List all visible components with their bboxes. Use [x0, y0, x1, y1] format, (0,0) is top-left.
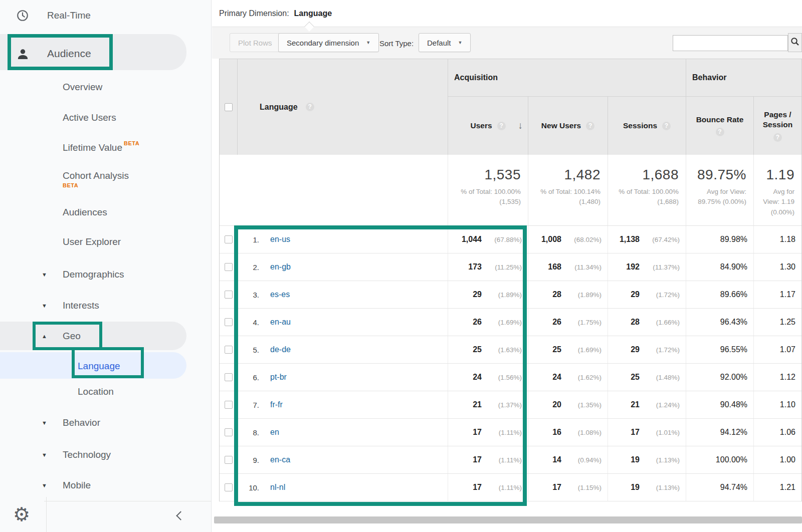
summary-new-users: 1,482 % of Total: 100.14% (1,480)	[528, 155, 608, 225]
language-link[interactable]: nl-nl	[270, 483, 285, 492]
language-link[interactable]: en-au	[270, 318, 291, 327]
chevron-up-icon: ▲	[42, 333, 63, 339]
pages-session-cell: 1.17	[753, 281, 801, 308]
column-header-sessions[interactable]: Sessions ?	[608, 97, 686, 155]
search-input[interactable]	[673, 35, 788, 51]
secondary-dimension-dropdown[interactable]: Secondary dimension ▼	[278, 33, 379, 52]
sessions-cell: 192(11.37%)	[608, 253, 686, 281]
row-checkbox[interactable]	[225, 456, 233, 464]
row-rank: 3.	[244, 291, 259, 299]
help-icon[interactable]: ?	[586, 122, 594, 130]
plot-rows-button[interactable]: Plot Rows	[230, 33, 281, 52]
column-header-bounce-rate[interactable]: Bounce Rate ?	[686, 97, 753, 155]
sidebar-item-lifetime-value[interactable]: Lifetime Value BETA	[63, 138, 139, 157]
help-icon[interactable]: ?	[497, 122, 506, 130]
language-cell: 1.en-us	[238, 226, 448, 253]
pages-session-cell: 1.06	[753, 419, 801, 446]
sidebar-item-overview[interactable]: Overview	[63, 78, 102, 97]
group-header-behavior: Behavior	[686, 59, 801, 97]
language-cell: 9.en-ca	[238, 446, 448, 473]
bounce-rate-cell: 84.90%	[686, 253, 753, 281]
collapse-sidebar-chevron-icon[interactable]	[175, 512, 183, 520]
bounce-rate-cell: 96.55%	[686, 336, 753, 363]
language-link[interactable]: pt-br	[270, 373, 287, 382]
sidebar-item-geo[interactable]: ▲ Geo	[42, 327, 81, 346]
row-checkbox-cell	[220, 391, 238, 418]
chevron-down-icon: ▼	[42, 272, 63, 278]
table-row: 5.de-de25(1.63%)25(1.69%)29(1.72%)96.55%…	[220, 336, 801, 364]
search-button[interactable]	[788, 33, 802, 52]
table-row: 8.en17(1.11%)16(1.08%)17(1.01%)94.12%1.0…	[220, 419, 801, 446]
language-cell: 3.es-es	[238, 281, 448, 308]
help-icon[interactable]: ?	[716, 128, 724, 136]
column-header-new-users[interactable]: New Users ?	[528, 97, 608, 155]
language-link[interactable]: fr-fr	[270, 400, 283, 409]
sidebar-item-audience[interactable]: Audience	[15, 44, 91, 63]
sessions-cell: 28(1.66%)	[608, 309, 686, 336]
primary-dimension-value-tab[interactable]: Language	[294, 9, 332, 18]
row-rank: 10.	[244, 483, 259, 492]
language-cell: 2.en-gb	[238, 253, 448, 281]
select-all-checkbox[interactable]	[225, 103, 233, 111]
sidebar-item-interests[interactable]: ▼ Interests	[42, 296, 99, 315]
row-checkbox[interactable]	[225, 483, 233, 491]
horizontal-scrollbar[interactable]	[214, 516, 802, 523]
help-icon[interactable]: ?	[306, 103, 314, 111]
sidebar: Real-Time Audience Overview Active Users…	[0, 0, 212, 532]
row-checkbox-cell	[220, 226, 238, 253]
select-all-cell	[220, 59, 238, 155]
sidebar-item-behavior[interactable]: ▼ Behavior	[42, 413, 100, 432]
language-link[interactable]: en-us	[270, 235, 290, 244]
sessions-cell: 29(1.72%)	[608, 336, 686, 363]
row-checkbox[interactable]	[225, 373, 233, 381]
language-cell: 4.en-au	[238, 309, 448, 336]
sidebar-item-language[interactable]: Language	[78, 357, 120, 376]
row-checkbox[interactable]	[225, 263, 233, 271]
users-cell: 26(1.69%)	[448, 309, 528, 336]
sidebar-item-mobile[interactable]: ▼ Mobile	[42, 476, 91, 495]
bounce-rate-cell: 89.66%	[686, 281, 753, 308]
summary-users: 1,535 % of Total: 100.00% (1,535)	[448, 155, 528, 225]
sidebar-item-real-time[interactable]: Real-Time	[15, 6, 91, 25]
language-link[interactable]: en	[270, 428, 279, 437]
search-icon	[790, 37, 799, 48]
help-icon[interactable]: ?	[662, 122, 671, 130]
row-checkbox-cell	[220, 253, 238, 281]
settings-gear-icon[interactable]: ⚙	[13, 505, 30, 524]
row-rank: 4.	[244, 318, 259, 327]
row-rank: 8.	[244, 428, 259, 437]
beta-badge: BETA	[63, 182, 129, 188]
language-link[interactable]: en-ca	[270, 455, 290, 464]
help-icon[interactable]: ?	[773, 133, 782, 142]
report-toolbar: Plot Rows Secondary dimension ▼ Sort Typ…	[212, 27, 802, 59]
language-link[interactable]: en-gb	[270, 262, 291, 272]
sidebar-item-demographics[interactable]: ▼ Demographics	[42, 265, 124, 284]
column-header-users[interactable]: Users ? ↓	[448, 97, 528, 155]
row-checkbox[interactable]	[225, 428, 233, 436]
sidebar-item-audiences[interactable]: Audiences	[63, 203, 107, 222]
row-checkbox-cell	[220, 419, 238, 446]
sort-type-dropdown[interactable]: Default ▼	[419, 33, 471, 52]
row-checkbox[interactable]	[225, 235, 233, 243]
row-checkbox[interactable]	[225, 291, 233, 299]
chevron-down-icon: ▼	[458, 40, 463, 45]
sidebar-item-active-users[interactable]: Active Users	[63, 108, 116, 127]
row-checkbox[interactable]	[225, 346, 233, 354]
column-header-language[interactable]: Language ?	[238, 59, 448, 155]
pages-session-cell: 1.00	[753, 446, 801, 473]
sidebar-item-technology[interactable]: ▼ Technology	[42, 445, 111, 464]
bounce-rate-cell: 90.48%	[686, 391, 753, 418]
main-content: Primary Dimension: Language Plot Rows Se…	[212, 0, 802, 532]
row-checkbox[interactable]	[225, 318, 233, 326]
sidebar-item-location[interactable]: Location	[78, 382, 114, 401]
column-header-pages-session[interactable]: Pages / Session ?	[753, 97, 801, 155]
row-checkbox[interactable]	[225, 401, 233, 409]
new-users-cell: 17(1.15%)	[528, 474, 608, 501]
sidebar-item-cohort-analysis[interactable]: Cohort Analysis BETA	[63, 170, 129, 188]
table-row: 9.en-ca17(1.11%)14(0.94%)19(1.13%)100.00…	[220, 446, 801, 474]
language-link[interactable]: es-es	[270, 290, 290, 299]
new-users-cell: 25(1.69%)	[528, 336, 608, 363]
sidebar-item-user-explorer[interactable]: User Explorer	[63, 232, 121, 251]
language-link[interactable]: de-de	[270, 345, 291, 354]
pages-session-cell: 1.21	[753, 474, 801, 501]
